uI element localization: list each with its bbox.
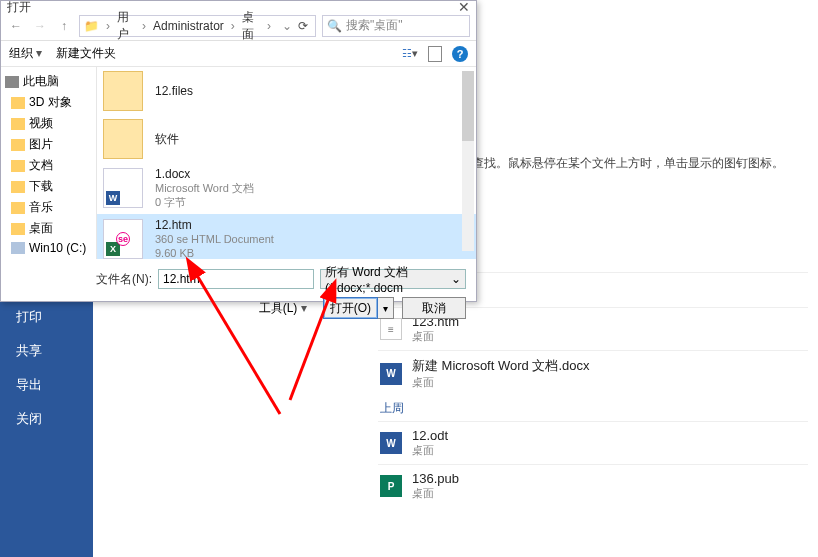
word-icon <box>103 168 143 208</box>
word-icon: W <box>380 363 402 385</box>
tree-label: 桌面 <box>29 220 53 237</box>
folder-icon <box>103 71 143 111</box>
filename-label: 文件名(N): <box>96 271 152 288</box>
breadcrumb[interactable]: 📁 › 用户 › Administrator › 桌面 › ⌄ ⟳ <box>79 15 316 37</box>
scrollbar[interactable] <box>462 71 474 251</box>
file-name: 软件 <box>155 131 179 148</box>
file-meta: 360 se HTML Document <box>155 232 274 246</box>
tree-item[interactable]: 桌面 <box>1 218 96 239</box>
address-row: ← → ↑ 📁 › 用户 › Administrator › 桌面 › ⌄ ⟳ … <box>1 11 476 41</box>
folder-icon <box>11 97 25 109</box>
folder-icon <box>11 202 25 214</box>
open-button[interactable]: 打开(O) <box>323 297 378 319</box>
recent-name: 12.odt <box>412 428 448 443</box>
file-row[interactable]: 软件 <box>97 115 476 163</box>
file-name: 12.htm <box>155 218 274 232</box>
recent-name: 新建 Microsoft Word 文档.docx <box>412 357 589 375</box>
tree-label: 此电脑 <box>23 73 59 90</box>
file-name: 12.files <box>155 84 193 98</box>
filter-text: 所有 Word 文档(*.docx;*.docm <box>325 264 451 295</box>
file-filter-dropdown[interactable]: 所有 Word 文档(*.docx;*.docm ⌄ <box>320 269 466 289</box>
tree-item[interactable]: 此电脑 <box>1 71 96 92</box>
recent-item[interactable]: W 12.odt 桌面 <box>378 421 808 464</box>
file-row[interactable]: se12.htm360 se HTML Document9.60 KB <box>97 214 476 259</box>
recent-loc: 桌面 <box>412 329 459 344</box>
tree-item[interactable]: 图片 <box>1 134 96 155</box>
nav-tree: 此电脑3D 对象视频图片文档下载音乐桌面Win10 (C:) <box>1 67 97 259</box>
back-button[interactable]: ← <box>7 17 25 35</box>
file-meta: 9.60 KB <box>155 246 274 259</box>
rail-close[interactable]: 关闭 <box>0 402 93 436</box>
file-row[interactable]: 1.docxMicrosoft Word 文档0 字节 <box>97 163 476 214</box>
folder-icon <box>11 160 25 172</box>
file-name: 1.docx <box>155 167 254 181</box>
forward-button[interactable]: → <box>31 17 49 35</box>
pc-icon <box>5 76 19 88</box>
publisher-icon: P <box>380 475 402 497</box>
search-input[interactable]: 🔍 搜索"桌面" <box>322 15 470 37</box>
file-list: 12.files软件1.docxMicrosoft Word 文档0 字节se1… <box>97 67 476 259</box>
tree-item[interactable]: 文档 <box>1 155 96 176</box>
tree-item[interactable]: 视频 <box>1 113 96 134</box>
tree-label: 音乐 <box>29 199 53 216</box>
folder-icon <box>103 119 143 159</box>
tree-label: 3D 对象 <box>29 94 72 111</box>
dialog-toolbar: 组织 新建文件夹 ☷ ? <box>1 41 476 67</box>
preview-pane-icon[interactable] <box>428 46 442 62</box>
tree-item[interactable]: 下载 <box>1 176 96 197</box>
recent-loc: 桌面 <box>412 375 589 390</box>
cancel-button[interactable]: 取消 <box>402 297 466 319</box>
dropdown-caret-icon[interactable]: ⌄ <box>282 19 292 33</box>
tools-menu[interactable]: 工具(L) <box>259 300 307 317</box>
tree-item[interactable]: 3D 对象 <box>1 92 96 113</box>
folder-icon <box>11 139 25 151</box>
tree-item[interactable]: Win10 (C:) <box>1 239 96 257</box>
recent-loc: 桌面 <box>412 486 459 501</box>
file-row[interactable]: 12.files <box>97 67 476 115</box>
open-split-caret[interactable]: ▾ <box>378 297 394 319</box>
word-icon: W <box>380 432 402 454</box>
recent-loc: 桌面 <box>412 443 448 458</box>
recent-item[interactable]: P 136.pub 桌面 <box>378 464 808 507</box>
drive-icon <box>11 242 25 254</box>
folder-icon <box>11 181 25 193</box>
recent-item[interactable]: W 新建 Microsoft Word 文档.docx 桌面 <box>378 350 808 396</box>
newfolder-button[interactable]: 新建文件夹 <box>56 45 116 62</box>
folder-icon: 📁 <box>84 19 99 33</box>
dialog-title: 打开 <box>7 0 31 16</box>
hint-text: 查找。鼠标悬停在某个文件上方时，单击显示的图钉图标。 <box>472 155 808 172</box>
view-menu-icon[interactable]: ☷ <box>402 46 418 62</box>
filename-input[interactable] <box>158 269 314 289</box>
search-icon: 🔍 <box>327 19 342 33</box>
folder-icon <box>11 223 25 235</box>
excel-icon: se <box>103 219 143 259</box>
recent-name: 136.pub <box>412 471 459 486</box>
crumb[interactable]: Administrator <box>153 19 224 33</box>
search-placeholder: 搜索"桌面" <box>346 17 403 34</box>
crumb[interactable]: 用户 <box>117 9 135 43</box>
tree-label: 文档 <box>29 157 53 174</box>
chevron-down-icon: ⌄ <box>451 272 461 286</box>
crumb[interactable]: 桌面 <box>242 9 260 43</box>
file-meta: Microsoft Word 文档 <box>155 181 254 195</box>
rail-export[interactable]: 导出 <box>0 368 93 402</box>
folder-icon <box>11 118 25 130</box>
recent-section: 上周 <box>378 396 808 421</box>
help-icon[interactable]: ? <box>452 46 468 62</box>
tree-label: 视频 <box>29 115 53 132</box>
tree-item[interactable]: 音乐 <box>1 197 96 218</box>
rail-share[interactable]: 共享 <box>0 334 93 368</box>
tree-label: Win10 (C:) <box>29 241 86 255</box>
file-meta: 0 字节 <box>155 195 254 209</box>
close-icon[interactable]: ✕ <box>458 0 470 15</box>
organize-menu[interactable]: 组织 <box>9 45 42 62</box>
open-dialog: 打开 ✕ ← → ↑ 📁 › 用户 › Administrator › 桌面 ›… <box>0 0 477 302</box>
tree-label: 图片 <box>29 136 53 153</box>
refresh-icon[interactable]: ⟳ <box>296 19 311 33</box>
tree-label: 下载 <box>29 178 53 195</box>
se-badge-icon: se <box>116 232 130 246</box>
up-button[interactable]: ↑ <box>55 17 73 35</box>
